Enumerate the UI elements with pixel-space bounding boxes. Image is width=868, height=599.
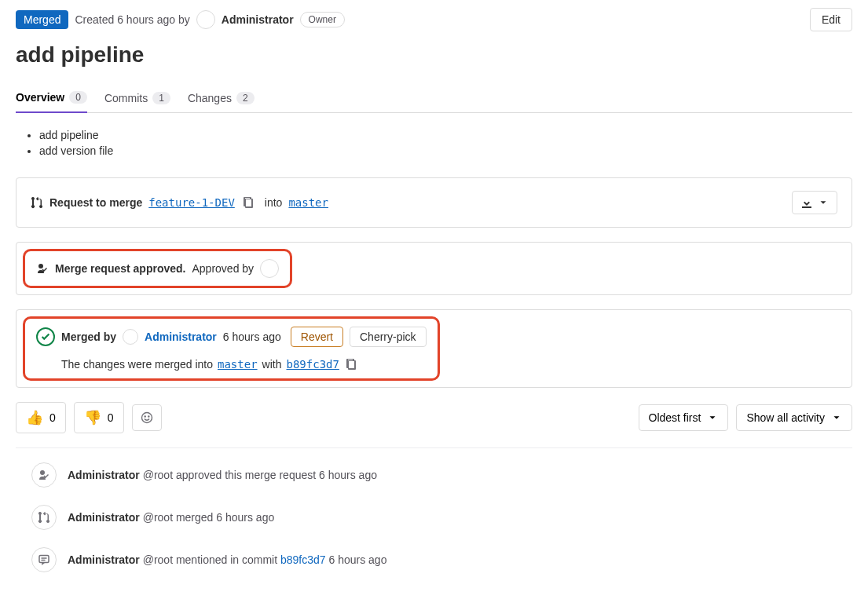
tab-overview[interactable]: Overview 0 <box>16 83 87 113</box>
thumbs-down-button[interactable]: 👎 0 <box>74 402 124 433</box>
merged-target-branch[interactable]: master <box>218 358 258 371</box>
download-button[interactable] <box>792 191 837 214</box>
activity-row: Administrator @root merged 6 hours ago <box>16 505 852 530</box>
merger-author-link[interactable]: Administrator <box>145 331 217 343</box>
approval-activity-icon <box>31 462 57 488</box>
download-icon <box>800 196 813 209</box>
status-badge: Merged <box>16 10 68 29</box>
author-link[interactable]: Administrator <box>222 13 294 26</box>
sort-oldest-button[interactable]: Oldest first <box>639 404 729 431</box>
cherry-pick-button[interactable]: Cherry-pick <box>350 327 427 347</box>
tab-commits[interactable]: Commits 1 <box>104 83 170 112</box>
revert-button[interactable]: Revert <box>291 327 343 347</box>
activity-time: 6 hours ago <box>319 469 377 481</box>
svg-point-2 <box>148 416 148 417</box>
approval-highlight: Merge request approved. Approved by <box>23 249 292 288</box>
list-item: add pipeline <box>39 129 852 141</box>
merged-by-label: Merged by <box>61 331 116 343</box>
svg-rect-3 <box>39 556 49 563</box>
activity-row: Administrator @root approved this merge … <box>16 462 852 488</box>
activity-author[interactable]: Administrator <box>68 469 140 481</box>
activity-author[interactable]: Administrator <box>68 511 140 524</box>
copy-icon[interactable] <box>344 358 357 371</box>
edit-button[interactable]: Edit <box>810 8 852 31</box>
merge-activity-icon <box>31 505 57 530</box>
approved-by-label: Approved by <box>192 262 255 275</box>
chevron-down-icon <box>831 412 842 423</box>
source-branch-link[interactable]: feature-1-DEV <box>148 196 235 209</box>
add-reaction-button[interactable] <box>132 404 162 431</box>
merged-highlight: Merged by Administrator 6 hours ago Reve… <box>23 316 440 381</box>
request-label: Request to merge <box>49 196 142 209</box>
thumbs-up-button[interactable]: 👍 0 <box>16 402 66 433</box>
smile-icon <box>141 411 153 424</box>
activity-time: 6 hours ago <box>328 553 386 566</box>
activity-author[interactable]: Administrator <box>68 553 140 566</box>
thumbs-down-count: 0 <box>108 411 114 424</box>
approval-icon <box>36 262 49 275</box>
tab-label: Overview <box>16 91 64 104</box>
tabs: Overview 0 Commits 1 Changes 2 <box>16 83 852 113</box>
tab-changes[interactable]: Changes 2 <box>188 83 255 112</box>
approver-avatar[interactable] <box>260 259 279 278</box>
tab-label: Commits <box>104 92 148 104</box>
role-badge: Owner <box>300 12 345 27</box>
thumbs-up-count: 0 <box>49 411 56 424</box>
created-text: Created 6 hours ago by <box>75 13 189 26</box>
description-list: add pipeline add version file <box>39 129 852 157</box>
merged-changes-text: The changes were merged into <box>61 358 213 371</box>
count-badge: 0 <box>69 91 87 104</box>
comment-activity-icon <box>31 547 57 572</box>
activity-row: Administrator @root mentioned in commit … <box>16 547 852 572</box>
target-branch-link[interactable]: master <box>288 196 328 209</box>
chevron-down-icon <box>707 412 718 423</box>
svg-point-0 <box>141 413 152 423</box>
chevron-down-icon <box>818 197 829 208</box>
activity-action: approved this merge request <box>176 469 316 481</box>
check-circle-icon <box>36 327 55 346</box>
merger-avatar[interactable] <box>123 329 138 345</box>
thumbs-down-icon: 👎 <box>84 409 101 426</box>
commit-link[interactable]: b89fc3d7 <box>280 553 326 566</box>
avatar[interactable] <box>196 10 215 29</box>
into-label: into <box>265 196 283 209</box>
list-item: add version file <box>39 144 852 157</box>
sort-label: Oldest first <box>649 411 701 424</box>
count-badge: 2 <box>236 92 255 104</box>
merged-with-text: with <box>262 358 282 371</box>
show-label: Show all activity <box>746 411 825 424</box>
svg-point-1 <box>145 416 145 417</box>
merge-request-panel: Request to merge feature-1-DEV into mast… <box>16 177 852 228</box>
thumbs-up-icon: 👍 <box>26 409 43 426</box>
activity-action: merged <box>176 511 213 524</box>
show-activity-button[interactable]: Show all activity <box>736 404 852 431</box>
tab-label: Changes <box>188 92 232 104</box>
activity-time: 6 hours ago <box>216 511 274 524</box>
count-badge: 1 <box>152 92 170 104</box>
merge-request-icon <box>31 196 43 209</box>
approval-panel: Merge request approved. Approved by <box>16 242 852 295</box>
approved-text: Merge request approved. <box>55 262 186 275</box>
commit-sha-link[interactable]: b89fc3d7 <box>286 358 339 371</box>
activity-handle: @root <box>143 469 173 481</box>
page-title: add pipeline <box>16 42 852 68</box>
merged-time: 6 hours ago <box>223 331 281 343</box>
copy-icon[interactable] <box>241 196 254 209</box>
merged-panel: Merged by Administrator 6 hours ago Reve… <box>16 309 852 388</box>
activity-action: mentioned in commit <box>176 553 277 566</box>
activity-handle: @root <box>143 553 173 566</box>
activity-handle: @root <box>143 511 173 524</box>
